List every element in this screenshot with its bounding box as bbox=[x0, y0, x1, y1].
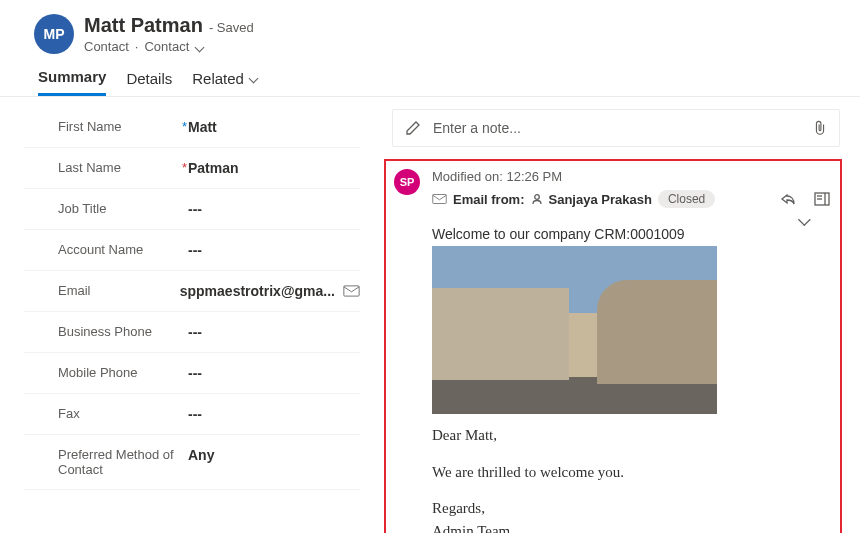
record-title: Matt Patman bbox=[84, 14, 203, 37]
last-name-value: Patman bbox=[188, 160, 239, 176]
svg-rect-1 bbox=[433, 195, 447, 204]
first-name-value: Matt bbox=[188, 119, 217, 135]
form-selector[interactable]: Contact bbox=[144, 39, 189, 54]
field-last-name[interactable]: Last Name* Patman bbox=[24, 148, 360, 189]
field-preferred-contact[interactable]: Preferred Method of Contact Any bbox=[24, 435, 360, 490]
modified-on: Modified on: 12:26 PM bbox=[432, 169, 830, 184]
status-badge: Closed bbox=[658, 190, 715, 208]
email-subject: Welcome to our company CRM:0001009 bbox=[432, 226, 830, 242]
tab-related[interactable]: Related bbox=[192, 68, 259, 96]
timeline-email-card[interactable]: SP Modified on: 12:26 PM Email from: San… bbox=[384, 159, 842, 533]
field-account-name[interactable]: Account Name --- bbox=[24, 230, 360, 271]
tab-list: Summary Details Related bbox=[0, 54, 860, 97]
entity-name: Contact bbox=[84, 39, 129, 54]
note-input[interactable]: Enter a note... bbox=[392, 109, 840, 147]
form-section: First Name* Matt Last Name* Patman Job T… bbox=[0, 97, 370, 533]
pencil-icon bbox=[405, 120, 421, 136]
recommended-icon: * bbox=[182, 119, 187, 134]
sender-avatar: SP bbox=[394, 169, 420, 195]
attach-icon[interactable] bbox=[813, 120, 827, 136]
field-mobile-phone[interactable]: Mobile Phone --- bbox=[24, 353, 360, 394]
email-from-label: Email from: bbox=[453, 192, 525, 207]
reply-icon[interactable] bbox=[780, 191, 796, 207]
chevron-down-icon bbox=[249, 73, 259, 83]
tab-details[interactable]: Details bbox=[126, 68, 172, 96]
field-email[interactable]: Email sppmaestrotrix@gma... bbox=[24, 271, 360, 312]
chevron-down-icon[interactable] bbox=[799, 213, 812, 226]
record-header: MP Matt Patman - Saved Contact · Contact bbox=[0, 0, 860, 54]
person-icon bbox=[531, 193, 543, 205]
email-from-name: Sanjaya Prakash bbox=[549, 192, 652, 207]
contact-avatar: MP bbox=[34, 14, 74, 54]
mail-icon[interactable] bbox=[343, 284, 360, 298]
email-image bbox=[432, 246, 717, 414]
field-first-name[interactable]: First Name* Matt bbox=[24, 107, 360, 148]
required-icon: * bbox=[182, 160, 187, 175]
note-placeholder: Enter a note... bbox=[433, 120, 521, 136]
mail-icon bbox=[432, 193, 447, 205]
timeline-section: Enter a note... SP Modified on: 12:26 PM… bbox=[370, 97, 860, 533]
field-job-title[interactable]: Job Title --- bbox=[24, 189, 360, 230]
field-fax[interactable]: Fax --- bbox=[24, 394, 360, 435]
save-status: - Saved bbox=[209, 20, 254, 35]
svg-rect-0 bbox=[344, 286, 359, 296]
svg-point-2 bbox=[534, 195, 539, 200]
email-value: sppmaestrotrix@gma... bbox=[180, 283, 335, 299]
action-pane-icon[interactable] bbox=[814, 191, 830, 207]
email-body: Dear Matt, We are thrilled to welcome yo… bbox=[432, 424, 830, 533]
field-business-phone[interactable]: Business Phone --- bbox=[24, 312, 360, 353]
tab-summary[interactable]: Summary bbox=[38, 68, 106, 96]
chevron-down-icon[interactable] bbox=[195, 42, 205, 52]
